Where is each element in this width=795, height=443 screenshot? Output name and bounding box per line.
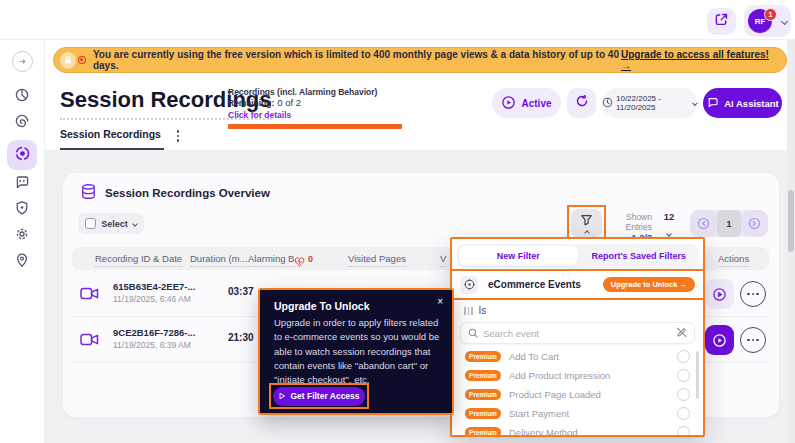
col-visited-pages[interactable]: Visited Pages — [348, 253, 406, 267]
event-radio[interactable] — [677, 388, 690, 401]
filter-type-label: eCommerce Events — [488, 279, 581, 290]
sidebar-item-dashboard[interactable] — [11, 86, 33, 108]
next-page-button[interactable] — [741, 210, 768, 237]
recording-duration: 03:37 — [228, 286, 254, 297]
filter-button[interactable] — [571, 209, 602, 238]
lock-icon — [60, 52, 76, 69]
recording-id[interactable]: 615B63E4-2EE7-... — [113, 281, 195, 292]
active-label: Active — [521, 98, 551, 109]
pagination: 1 — [690, 210, 768, 237]
event-label: Delivery Method — [509, 427, 578, 437]
cta-label: Get Filter Access — [290, 391, 359, 401]
panel-scrollbar[interactable] — [696, 351, 699, 399]
video-camera-icon — [80, 332, 99, 350]
play-recording-button[interactable] — [705, 325, 734, 355]
alarming-count: 0 — [308, 254, 313, 264]
event-option-row[interactable]: Premium Product Page Loaded — [452, 385, 703, 404]
active-status-button[interactable]: Active — [492, 88, 561, 118]
recording-date: 11/19/2025, 6:39 AM — [113, 340, 191, 350]
sidebar-item-location[interactable] — [11, 251, 33, 273]
filter-panel: New Filter Report's Saved Filters eComme… — [450, 237, 705, 437]
event-radio[interactable] — [677, 369, 690, 382]
recording-id[interactable]: 9CE2B16F-7286-... — [113, 327, 195, 338]
event-label: Add Product Impression — [509, 370, 610, 381]
sidebar-item-settings[interactable] — [11, 225, 33, 247]
page-size-select[interactable]: 12 — [659, 211, 679, 240]
operator-row[interactable]: Is — [464, 305, 486, 316]
search-icon — [468, 324, 478, 342]
row-more-button[interactable] — [740, 327, 766, 353]
event-radio[interactable] — [677, 350, 690, 363]
row-more-button[interactable] — [740, 281, 766, 307]
col-actions[interactable]: Actions — [718, 253, 749, 267]
sidebar-collapse-button[interactable] — [11, 50, 33, 72]
app-window: RF 1 — [0, 0, 795, 443]
map-pin-icon — [14, 252, 30, 272]
cta-highlight: Get Filter Access — [269, 383, 369, 409]
page-number[interactable]: 1 — [717, 210, 741, 237]
pie-chart-icon — [14, 87, 30, 107]
event-radio[interactable] — [677, 426, 690, 437]
close-icon[interactable]: × — [437, 296, 443, 307]
sidebar-item-session-recordings[interactable] — [7, 140, 37, 170]
user-menu[interactable]: RF 1 — [744, 5, 791, 37]
sidebar-item-shield[interactable] — [11, 199, 33, 221]
play-recording-button[interactable] — [705, 279, 734, 309]
tab-new-filter[interactable]: New Filter — [459, 246, 578, 266]
col-v-truncated[interactable]: V — [440, 253, 446, 267]
event-option-row[interactable]: Premium Delivery Method — [452, 423, 703, 437]
event-option-row[interactable]: Premium Start Payment — [452, 404, 703, 423]
upgrade-link[interactable]: Upgrade to access all features! → — [621, 49, 774, 71]
select-checkbox[interactable] — [85, 218, 96, 229]
event-label: Product Page Loaded — [509, 389, 601, 400]
page-scrollbar-thumb[interactable] — [788, 190, 794, 252]
ai-chat-icon — [706, 96, 719, 111]
clear-search-icon[interactable] — [676, 324, 687, 342]
premium-badge: Premium — [465, 427, 501, 437]
event-option-row[interactable]: Premium Add Product Impression — [452, 366, 703, 385]
remaining-value: 0 of 2 — [277, 97, 301, 108]
ai-assistant-button[interactable]: AI Assistant — [703, 88, 782, 118]
search-event-input[interactable] — [483, 328, 676, 339]
arrow-right-circle-icon — [748, 217, 761, 230]
database-icon[interactable] — [78, 183, 98, 209]
banner-message: You are currently using the free version… — [93, 49, 621, 71]
page-size-value: 12 — [659, 211, 679, 222]
play-icon — [712, 333, 727, 348]
event-radio[interactable] — [677, 407, 690, 420]
gear-icon — [14, 226, 30, 246]
header-actions: Active 10/22/2025 - 11/20/2025 AI Assist… — [492, 88, 782, 118]
share-button[interactable] — [707, 8, 736, 35]
get-filter-access-button[interactable]: Get Filter Access — [273, 387, 365, 406]
details-link[interactable]: Click for details — [228, 110, 428, 120]
tab-session-recordings[interactable]: Session Recordings — [60, 128, 164, 150]
select-all-dropdown[interactable]: Select — [78, 213, 144, 234]
date-range-picker[interactable]: 10/22/2025 - 11/20/2025 — [602, 88, 697, 118]
video-camera-icon — [80, 286, 99, 304]
refresh-button[interactable] — [567, 88, 596, 118]
chevron-down-icon — [666, 231, 672, 237]
shown-entries-label: Shown Entries — [600, 212, 652, 232]
sidebar-item-heatmaps[interactable] — [11, 112, 33, 134]
col-recording-id[interactable]: Recording ID & Date — [95, 253, 182, 267]
tab-options-kebab[interactable] — [172, 128, 184, 144]
premium-badge: Premium — [465, 408, 501, 419]
tab-saved-filters[interactable]: Report's Saved Filters — [580, 244, 699, 268]
remaining-label: Recordings (incl. Alarming Behavior) Rem… — [228, 87, 377, 108]
tooltip-body: Upgrade in order to apply filters relate… — [274, 316, 444, 387]
filter-tabs: New Filter Report's Saved Filters — [457, 244, 698, 268]
funnel-icon — [580, 212, 593, 230]
prev-page-button[interactable] — [690, 210, 717, 237]
play-icon — [712, 287, 727, 302]
recordings-remaining[interactable]: Recordings (incl. Alarming Behavior) Rem… — [228, 87, 428, 129]
select-label: Select — [101, 219, 128, 229]
recording-duration: 21:30 — [228, 332, 254, 343]
event-option-row[interactable]: Premium Add To Cart — [452, 347, 703, 366]
target-icon — [460, 276, 478, 294]
tooltip-title: Upgrade To Unlock — [274, 300, 369, 312]
filter-type-row[interactable]: eCommerce Events Upgrade to Unlock → — [450, 269, 705, 300]
sidebar-nav — [0, 40, 45, 443]
sidebar-item-feedback[interactable] — [11, 173, 33, 195]
col-duration[interactable]: Duration (m... — [190, 253, 248, 267]
upgrade-to-unlock-badge[interactable]: Upgrade to Unlock → — [603, 277, 695, 292]
